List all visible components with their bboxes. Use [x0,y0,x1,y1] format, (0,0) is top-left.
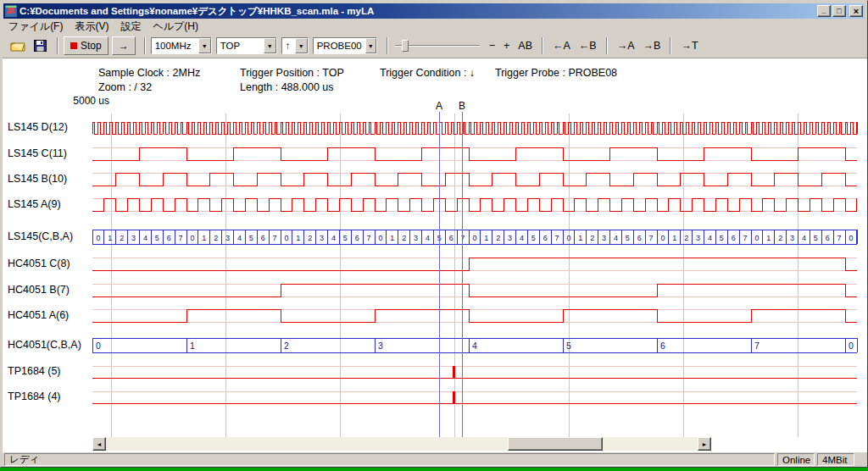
goto-trigger-button[interactable]: →T [676,37,702,55]
svg-text:3: 3 [131,234,136,242]
sample-clock-combo[interactable]: 100MHz ▼ [151,37,212,54]
svg-text:0: 0 [96,341,101,351]
svg-text:2: 2 [496,234,500,242]
close-button[interactable]: × [849,5,863,17]
chevron-down-icon[interactable]: ▼ [264,38,276,53]
app-icon[interactable] [5,5,17,17]
svg-text:3: 3 [790,234,794,242]
menu-help[interactable]: ヘルプ(H) [147,19,204,35]
svg-text:4: 4 [237,234,242,242]
trigger-position-value: TOP [217,41,264,51]
svg-text:2: 2 [778,234,782,242]
svg-text:0: 0 [660,234,665,242]
trigger-edge-combo[interactable]: ↑ ▼ [281,37,309,54]
trigger-condition-info: Trigger Condition : ↓ [380,67,475,79]
svg-text:3: 3 [378,341,383,351]
svg-text:4: 4 [472,341,477,351]
scroll-right-button[interactable]: ► [698,437,711,451]
chevron-down-icon[interactable]: ▼ [295,38,308,53]
svg-text:6: 6 [261,234,265,242]
svg-text:0: 0 [566,234,570,242]
folder-open-icon [10,40,25,52]
toolbar-separator [57,37,58,54]
goto-a-back-button[interactable]: ←A [548,37,575,55]
svg-text:4: 4 [143,234,147,242]
zoom-in-button[interactable]: + [499,37,514,55]
trigger-position-combo[interactable]: TOP ▼ [216,37,277,54]
svg-text:7: 7 [754,341,760,351]
svg-text:1: 1 [766,234,771,242]
length-info: Length : 488.000 us [240,81,334,93]
svg-text:1: 1 [296,234,300,242]
menu-file[interactable]: ファイル(F) [3,19,69,35]
toolbar-separator [670,37,671,54]
menu-view[interactable]: 表示(V) [69,19,114,35]
svg-text:3: 3 [414,234,418,242]
open-file-button[interactable] [8,36,28,55]
chevron-down-icon[interactable]: ▼ [365,38,376,53]
svg-text:5: 5 [343,234,348,242]
svg-text:6: 6 [543,234,548,242]
horizontal-scrollbar[interactable]: ◄ ► [92,437,711,451]
svg-text:6: 6 [826,234,830,242]
svg-text:3: 3 [225,234,230,242]
run-button[interactable]: → [112,36,136,55]
window-title: C:¥Documents and Settings¥noname¥デスクトップ¥… [19,5,815,18]
scroll-track[interactable] [106,437,698,451]
stop-label: Stop [81,40,102,52]
svg-text:0: 0 [754,234,759,242]
menu-settings[interactable]: 設定 [114,19,147,35]
goto-a-fwd-button[interactable]: →A [613,37,639,55]
svg-text:7: 7 [367,234,371,242]
svg-text:6: 6 [449,234,453,242]
svg-text:4: 4 [614,234,618,242]
svg-text:4: 4 [708,234,712,242]
app-window: C:¥Documents and Settings¥noname¥デスクトップ¥… [0,0,868,468]
svg-text:1: 1 [190,341,195,351]
svg-text:0: 0 [190,234,194,242]
ab-button[interactable]: AB [514,37,537,55]
svg-text:4: 4 [331,234,336,242]
svg-text:5: 5 [814,234,818,242]
toolbar-separator [606,37,608,54]
toolbar: Stop → 100MHz ▼ TOP ▼ ↑ ▼ PROBE00 ▼ − + … [3,34,867,58]
minimize-button[interactable]: _ [817,5,831,17]
svg-text:1: 1 [390,234,394,242]
trigger-position-info: Trigger Position : TOP [240,67,344,79]
title-bar[interactable]: C:¥Documents and Settings¥noname¥デスクトップ¥… [3,3,865,19]
goto-b-fwd-button[interactable]: →B [639,37,665,55]
zoom-out-button[interactable]: − [485,37,499,55]
svg-text:2: 2 [590,234,594,242]
stop-button[interactable]: Stop [64,36,108,55]
status-bar: レディ Online 4MBit [3,452,867,467]
scroll-thumb[interactable] [508,437,603,451]
svg-text:7: 7 [837,234,842,242]
svg-text:3: 3 [696,234,700,242]
svg-text:5: 5 [531,234,536,242]
chevron-down-icon[interactable]: ▼ [198,38,211,53]
waveform-canvas[interactable]: 0123456701234567012345670123456701234567… [1,105,865,437]
svg-text:2: 2 [214,234,218,242]
svg-text:1: 1 [202,234,206,242]
svg-text:7: 7 [649,234,654,242]
sample-clock-value: 100MHz [152,41,198,51]
goto-b-back-button[interactable]: ←B [575,37,601,55]
scroll-left-button[interactable]: ◄ [92,437,106,451]
zoom-slider[interactable] [395,37,480,54]
status-online: Online [777,453,815,466]
probe-combo[interactable]: PROBE00 ▼ [313,37,377,54]
stop-icon [70,42,77,49]
toolbar-separator [144,37,146,54]
svg-text:3: 3 [602,234,606,242]
toolbar-separator [542,37,543,54]
svg-text:4: 4 [802,234,806,242]
maximize-button[interactable]: □ [832,5,846,17]
svg-text:1: 1 [484,234,488,242]
svg-text:5: 5 [566,341,571,351]
probe-value: PROBE00 [314,41,365,51]
svg-text:5: 5 [626,234,630,242]
svg-text:2: 2 [120,234,124,242]
status-grip [857,453,865,466]
slider-handle[interactable] [402,40,409,52]
save-button[interactable] [30,36,50,55]
